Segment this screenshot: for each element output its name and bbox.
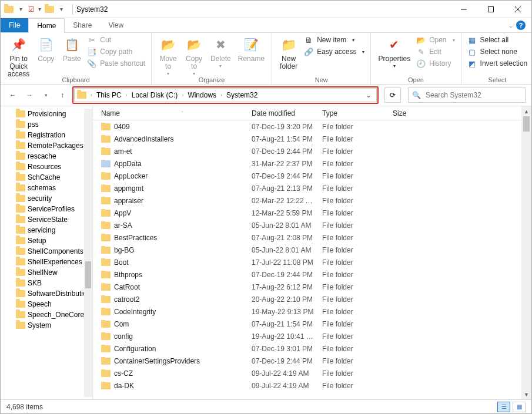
scroll-thumb[interactable] [523,116,530,132]
select-all-button[interactable]: ▦Select all [467,35,528,45]
chevron-right-icon[interactable]: › [89,92,94,98]
column-name[interactable]: Name ˆ [98,109,248,117]
chevron-right-icon[interactable]: › [180,92,185,98]
view-details-button[interactable]: ☰ [497,402,510,412]
easy-access-button[interactable]: 🔗Easy access▾ [304,47,364,56]
table-row[interactable]: catroot220-Aug-22 2:10 PMFile folder [93,293,531,305]
qat-overflow-icon[interactable]: ▾ [38,6,41,12]
table-row[interactable]: Bthprops07-Dec-19 2:44 PMFile folder [93,268,531,281]
tree-item[interactable]: pss [1,119,92,130]
tab-home[interactable]: Home [28,18,65,33]
table-row[interactable]: AdvancedInstallers07-Aug-21 1:54 PMFile … [93,133,531,145]
crumb-local-disk[interactable]: Local Disk (C:) [129,91,180,99]
tab-view[interactable]: View [100,18,132,32]
move-to-button[interactable]: 📂 Move to ▾ [155,34,181,78]
recent-locations-button[interactable]: ▾ [39,89,52,102]
qat-dropdown-icon[interactable]: ▾ [17,6,25,12]
open-button[interactable]: 📂Open▾ [416,35,454,45]
table-row[interactable]: appraiser02-Mar-22 12:22 A...File folder [93,194,531,207]
back-button[interactable]: ← [6,89,19,102]
scrollbar-vertical[interactable]: ▲ ▼ [521,106,531,399]
column-date[interactable]: Date modified [248,109,319,117]
tree-item[interactable]: System [1,320,92,331]
table-row[interactable]: Com07-Aug-21 1:54 PMFile folder [93,318,531,330]
pin-to-quick-access-button[interactable]: 📌 Pin to Quick access [4,34,33,80]
tree-item[interactable]: schemas [1,183,92,193]
navigation-pane[interactable]: ProvisioningpssRegistrationRemotePackage… [1,106,93,399]
refresh-button[interactable]: ⟳ [384,87,401,103]
new-folder-button[interactable]: 📁 New folder [276,34,302,72]
tree-item[interactable]: Resources [1,161,92,172]
tree-item[interactable]: security [1,193,92,204]
table-row[interactable]: ar-SA05-Jun-22 8:01 AMFile folder [93,219,531,231]
close-button[interactable] [504,1,531,18]
scroll-down-icon[interactable]: ▼ [521,389,531,399]
delete-button[interactable]: ✖ Delete ▾ [207,34,235,70]
tree-item[interactable]: Speech_OneCore [1,309,92,320]
tab-file[interactable]: File [1,18,28,32]
search-box[interactable]: 🔍 [408,87,526,103]
search-input[interactable] [424,90,521,100]
table-row[interactable]: CatRoot17-Aug-22 6:12 PMFile folder [93,281,531,293]
table-row[interactable]: 040907-Dec-19 3:20 PMFile folder [93,120,531,133]
tree-item[interactable]: ShellNew [1,267,92,278]
table-row[interactable]: Boot17-Jul-22 11:08 PMFile folder [93,256,531,268]
minimize-button[interactable] [450,1,477,18]
column-type[interactable]: Type [319,109,389,117]
tree-item[interactable]: Speech [1,299,92,309]
tree-item[interactable]: ShellExperiences [1,257,92,267]
qat-dropdown-icon-2[interactable]: ▾ [58,6,65,12]
table-row[interactable]: ContainerSettingsProviders07-Dec-19 2:44… [93,355,531,367]
tree-item[interactable]: Registration [1,130,92,140]
address-bar[interactable]: › This PC › Local Disk (C:) › Windows › … [74,88,377,102]
tree-item[interactable]: SoftwareDistribution [1,288,92,299]
table-row[interactable]: cs-CZ09-Jul-22 4:19 AMFile folder [93,367,531,379]
table-row[interactable]: am-et07-Dec-19 2:44 PMFile folder [93,145,531,157]
table-row[interactable]: bg-BG05-Jun-22 8:01 AMFile folder [93,244,531,256]
properties-button[interactable]: ✔ Properties ▾ [374,34,414,70]
table-row[interactable]: BestPractices07-Aug-21 2:08 PMFile folde… [93,231,531,244]
table-row[interactable]: da-DK09-Jul-22 4:19 AMFile folder [93,379,531,392]
crumb-windows[interactable]: Windows [185,91,219,99]
crumb-system32[interactable]: System32 [224,91,260,99]
tree-item[interactable]: SchCache [1,172,92,183]
tree-item[interactable]: rescache [1,151,92,161]
tree-item[interactable]: servicing [1,225,92,235]
paste-shortcut-button[interactable]: 📎Paste shortcut [87,59,145,68]
table-row[interactable]: AppLocker07-Dec-19 2:44 PMFile folder [93,170,531,182]
tree-item[interactable]: RemotePackages [1,140,92,151]
tree-item[interactable]: ServiceProfiles [1,204,92,214]
maximize-button[interactable] [477,1,504,18]
chevron-right-icon[interactable]: › [124,92,129,98]
view-large-icons-button[interactable]: ▦ [513,402,526,412]
nav-scrollbar[interactable] [84,109,92,397]
copy-path-button[interactable]: 📑Copy path [87,47,145,56]
table-row[interactable]: config19-Aug-22 10:41 P...File folder [93,330,531,342]
table-row[interactable]: AppV12-Mar-22 5:59 PMFile folder [93,207,531,219]
tree-item[interactable]: ShellComponents [1,246,92,257]
history-button[interactable]: 🕘History [416,59,454,68]
select-none-button[interactable]: ▢Select none [467,47,528,56]
tree-item[interactable]: Provisioning [1,109,92,119]
table-row[interactable]: CodeIntegrity19-May-22 9:13 PMFile folde… [93,305,531,318]
crumb-this-pc[interactable]: This PC [94,91,124,99]
paste-button[interactable]: 📋 Paste [59,34,85,64]
qat-checkbox-icon[interactable]: ☑ [28,5,35,14]
table-row[interactable]: AppData31-Mar-22 2:37 PMFile folder [93,157,531,170]
tab-share[interactable]: Share [65,18,100,32]
new-item-button[interactable]: 🗎New item▾ [304,35,364,45]
invert-selection-button[interactable]: ◩Invert selection [467,59,528,68]
scroll-up-icon[interactable]: ▲ [521,106,531,116]
copy-to-button[interactable]: 📂 Copy to ▾ [181,34,207,78]
tree-item[interactable]: Setup [1,235,92,246]
chevron-right-icon[interactable]: › [219,92,224,98]
copy-button[interactable]: 📄 Copy [33,34,59,64]
nav-scroll-thumb[interactable] [85,261,91,288]
cut-button[interactable]: ✂Cut [87,35,145,45]
column-size[interactable]: Size [389,109,436,117]
rename-button[interactable]: 📝 Rename [235,34,268,64]
address-history-button[interactable]: ⌄ [363,88,374,102]
table-row[interactable]: appmgmt07-Aug-21 2:13 PMFile folder [93,182,531,194]
tree-item[interactable]: SKB [1,278,92,288]
tree-item[interactable]: ServiceState [1,214,92,225]
